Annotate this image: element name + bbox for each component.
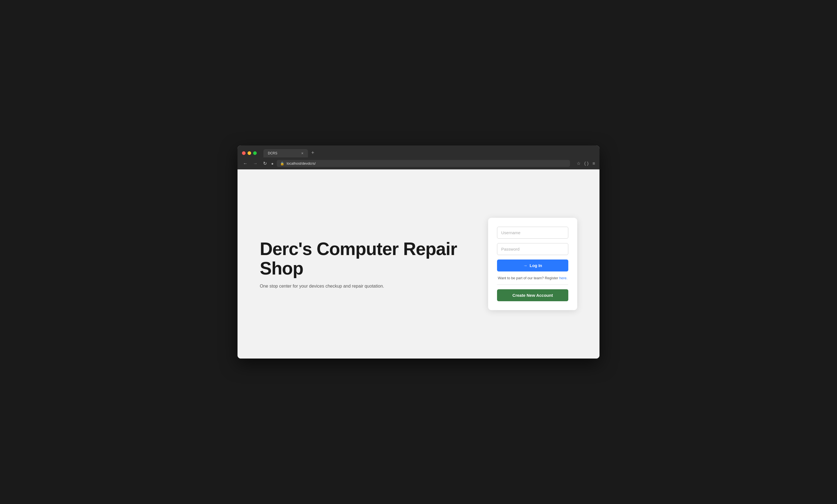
back-button[interactable]: ←: [242, 160, 249, 167]
new-tab-button[interactable]: +: [309, 149, 317, 157]
password-input[interactable]: [497, 243, 568, 255]
login-button-label: Log In: [530, 263, 542, 268]
login-icon: →: [523, 263, 528, 268]
register-link[interactable]: here.: [559, 276, 568, 280]
close-dot[interactable]: [242, 151, 246, 155]
hero-title: Derc's Computer Repair Shop: [260, 239, 477, 278]
hero-section: Derc's Computer Repair Shop One stop cen…: [260, 239, 477, 289]
star-icon[interactable]: ☆: [577, 161, 581, 166]
url-text: localhost/devdcrs/: [286, 161, 316, 166]
register-text: Want to be part of our team? Register he…: [497, 276, 568, 280]
menu-icon[interactable]: ≡: [592, 161, 595, 166]
window-controls: [242, 151, 257, 155]
maximize-dot[interactable]: [253, 151, 257, 155]
refresh-button[interactable]: ↻: [262, 160, 268, 167]
extensions-icon[interactable]: ( ): [585, 161, 589, 166]
url-box[interactable]: 🔒 localhost/devdcrs/: [277, 160, 570, 167]
username-input[interactable]: [497, 227, 568, 239]
login-card: → Log In Want to be part of our team? Re…: [488, 218, 577, 310]
shield-icon: ●: [271, 161, 273, 166]
forward-button[interactable]: →: [252, 160, 259, 167]
address-bar: ← → ↻ ● 🔒 localhost/devdcrs/ ☆ ( ) ≡: [237, 157, 600, 169]
page-content: Derc's Computer Repair Shop One stop cen…: [237, 169, 600, 358]
create-account-button[interactable]: Create New Account: [497, 289, 568, 301]
lock-icon: 🔒: [280, 162, 284, 166]
tab-close-button[interactable]: ×: [301, 151, 303, 155]
login-button[interactable]: → Log In: [497, 260, 568, 272]
active-tab[interactable]: DCRS ×: [263, 149, 308, 157]
browser-window: DCRS × + ← → ↻ ● 🔒 localhost/devdcrs/ ☆ …: [237, 146, 600, 358]
minimize-dot[interactable]: [248, 151, 251, 155]
tab-bar: DCRS × +: [263, 149, 595, 157]
divider: [497, 284, 568, 285]
browser-chrome: DCRS × + ← → ↻ ● 🔒 localhost/devdcrs/ ☆ …: [237, 146, 600, 169]
toolbar-right: ☆ ( ) ≡: [577, 161, 595, 166]
tab-title: DCRS: [268, 151, 277, 155]
title-bar: DCRS × +: [237, 146, 600, 157]
hero-subtitle: One stop center for your devices checkup…: [260, 284, 477, 289]
